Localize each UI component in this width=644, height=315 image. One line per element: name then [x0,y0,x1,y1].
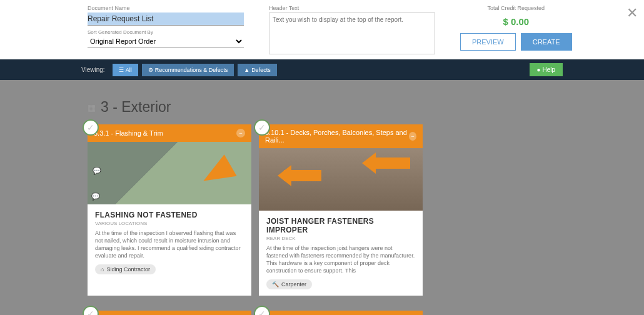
card-header: 3.10.1 - Decks, Porches, Balconies, Step… [259,124,423,148]
card-checkbox[interactable]: ✓ [83,306,99,315]
defect-card[interactable]: ✓ 3.3.1 - Flashing & Trim − 💬 💬 FLASHING… [88,124,251,296]
card-header: 3.15.1 - Exterior Hose Bibs − [259,311,423,315]
comment-icon: 💬 [91,192,100,201]
header-text-input[interactable] [269,12,435,54]
filter-all-button[interactable]: ☰All [113,64,138,76]
defect-card[interactable]: ✓ 3.10.1 - Decks, Porches, Balconies, St… [259,124,423,296]
check-icon: ✓ [87,309,94,315]
minus-icon[interactable]: − [236,129,245,138]
card-text: At the time of the inspection I observed… [95,229,244,260]
section-icon: ▦ [88,102,96,112]
sort-select[interactable]: Original Report Order [88,35,244,48]
sort-label: Sort Generated Document By [88,29,244,35]
close-icon[interactable]: ✕ [626,5,638,21]
defect-card[interactable]: ✓ 3.15.1 - Exterior Hose Bibs − [259,311,423,315]
viewing-label: Viewing: [81,66,105,73]
card-text: At the time of the inspection joist hang… [266,244,415,275]
house-icon: ⌂ [101,266,104,272]
card-header: 3.3.1 - Flashing & Trim − [88,124,251,142]
preview-button[interactable]: PREVIEW [460,33,516,51]
filter-defects-button[interactable]: ▲Defects [238,64,276,76]
card-title: FLASHING NOT FASTENED [95,211,244,219]
help-button[interactable]: ● Help [530,63,563,76]
credit-label: Total Credit Requested [460,5,572,11]
contractor-tag: ⌂Siding Contractor [95,264,156,274]
contractor-tag: 🔨Carpenter [266,279,312,289]
card-checkbox[interactable]: ✓ [83,119,99,136]
create-button[interactable]: CREATE [521,33,572,51]
card-image [259,148,423,211]
card-checkbox[interactable]: ✓ [254,119,270,136]
doc-name-label: Document Name [88,5,244,11]
defect-card[interactable]: ✓ 3.12.1 - Exterior GFCI's − GFCI RECEPT… [88,311,251,315]
doc-name-input[interactable] [88,12,244,26]
section-title: ▦ 3 - Exterior [88,99,556,116]
card-subtitle: REAR DECK [266,236,415,241]
filter-recs-button[interactable]: ⚙Recommendations & Defects [142,64,234,76]
warning-icon: ▲ [244,67,249,73]
header-text-label: Header Text [269,5,435,11]
gear-icon: ⚙ [148,67,153,73]
comment-icon: 💬 [93,167,101,175]
credit-value: $ 0.00 [460,16,572,27]
minus-icon[interactable]: − [409,132,416,141]
list-icon: ☰ [119,67,124,73]
check-icon: ✓ [258,309,266,315]
card-checkbox[interactable]: ✓ [254,306,270,315]
card-header: 3.12.1 - Exterior GFCI's − [88,311,251,315]
hammer-icon: 🔨 [272,281,279,288]
card-image: 💬 💬 [88,142,251,204]
card-subtitle: VARIOUS LOCATIONS [95,221,244,226]
check-icon: ✓ [87,122,94,132]
card-title: JOIST HANGER FASTENERS IMPROPER [266,217,415,234]
check-icon: ✓ [258,122,266,132]
